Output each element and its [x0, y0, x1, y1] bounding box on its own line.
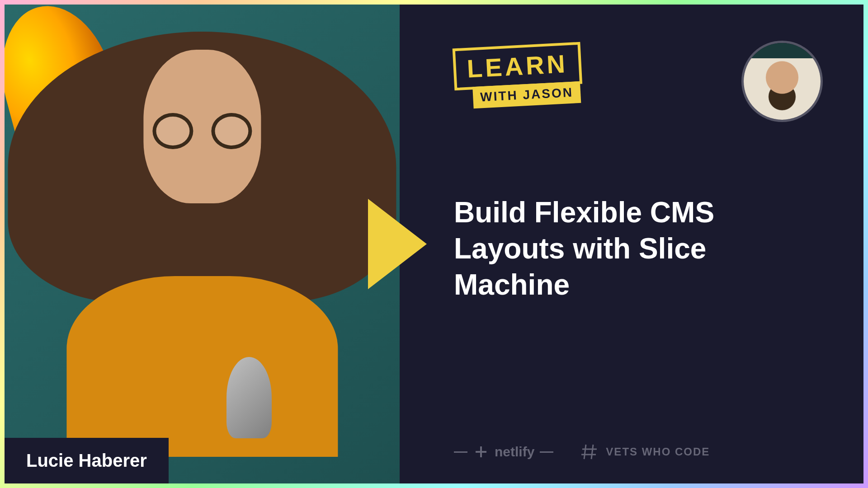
- guest-photo: [5, 5, 400, 483]
- glasses-icon: [152, 113, 252, 149]
- episode-title: Build Flexible CMS Layouts with Slice Ma…: [454, 194, 823, 303]
- guest-video-panel: Lucie Haberer: [5, 5, 400, 483]
- microphone-icon: [222, 357, 276, 483]
- guest-name-label: Lucie Haberer: [26, 450, 147, 470]
- guest-silhouette: [44, 50, 360, 457]
- svg-line-1: [591, 445, 593, 459]
- hash-flag-icon: [580, 443, 599, 461]
- sponsor-netlify: netlify: [454, 444, 553, 460]
- play-icon[interactable]: [368, 199, 427, 289]
- svg-line-0: [584, 445, 586, 459]
- netlify-label: netlify: [495, 444, 534, 460]
- sponsors-row: netlify VETS WHO CODE: [454, 443, 710, 461]
- guest-name-banner: Lucie Haberer: [5, 438, 169, 483]
- sponsor-vets-who-code: VETS WHO CODE: [580, 443, 710, 461]
- thumbnail-container: Lucie Haberer LEARN WITH JASON Build Fle…: [5, 5, 863, 483]
- vwc-label: VETS WHO CODE: [606, 446, 710, 458]
- show-logo: LEARN WITH JASON: [453, 42, 584, 110]
- netlify-icon: [473, 444, 489, 460]
- info-panel: LEARN WITH JASON Build Flexible CMS Layo…: [400, 5, 863, 483]
- host-avatar: [741, 41, 823, 122]
- gradient-border: Lucie Haberer LEARN WITH JASON Build Fle…: [0, 0, 868, 488]
